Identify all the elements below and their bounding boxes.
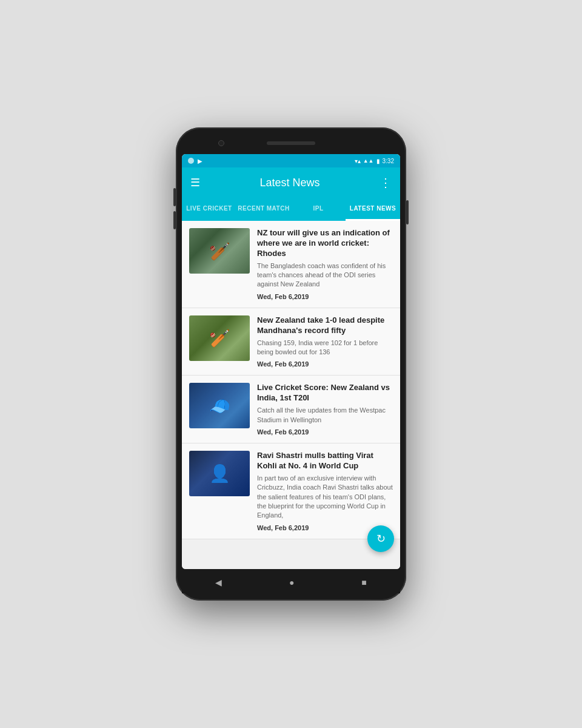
tab-bar: LIVE CRICKET RECENT MATCH IPL LATEST NEW… [182, 198, 400, 221]
status-bar: ▶ ▾▴ ▲▲ ▮ 3:32 [182, 154, 400, 167]
wifi-icon: ▾▴ [355, 158, 361, 164]
app-bar: ☰ Latest News ⋮ [182, 167, 400, 198]
news-thumbnail-3 [189, 383, 250, 428]
speaker [267, 141, 315, 145]
phone-bottom-nav: ◀ ● ■ [182, 571, 400, 593]
news-thumbnail-4 [189, 451, 250, 496]
news-date-2: Wed, Feb 6,2019 [257, 360, 393, 368]
refresh-fab[interactable]: ↻ [367, 525, 394, 552]
status-left: ▶ [188, 158, 202, 164]
status-right: ▾▴ ▲▲ ▮ 3:32 [355, 158, 394, 164]
news-content-4: Ravi Shastri mulls batting Virat Kohli a… [257, 451, 393, 531]
recent-apps-button[interactable]: ■ [361, 578, 366, 587]
back-button[interactable]: ◀ [215, 578, 222, 587]
more-icon[interactable]: ⋮ [380, 175, 392, 190]
phone-device: ▶ ▾▴ ▲▲ ▮ 3:32 ☰ Latest News ⋮ LIVE CRIC… [176, 127, 406, 601]
news-item-2[interactable]: New Zealand take 1-0 lead despite Mandha… [182, 308, 400, 376]
battery-icon: ▮ [376, 158, 380, 164]
news-summary-1: The Bangladesh coach was confident of hi… [257, 261, 393, 289]
tab-recent-match[interactable]: RECENT MATCH [236, 198, 291, 221]
news-summary-2: Chasing 159, India were 102 for 1 before… [257, 339, 393, 357]
news-title-3: Live Cricket Score: New Zealand vs India… [257, 383, 393, 403]
news-item-4[interactable]: Ravi Shastri mulls batting Virat Kohli a… [182, 443, 400, 539]
phone-screen: ▶ ▾▴ ▲▲ ▮ 3:32 ☰ Latest News ⋮ LIVE CRIC… [182, 154, 400, 569]
news-content-1: NZ tour will give us an indication of wh… [257, 228, 393, 300]
news-date-3: Wed, Feb 6,2019 [257, 428, 393, 436]
hamburger-icon[interactable]: ☰ [190, 176, 200, 189]
news-summary-4: In part two of an exclusive interview wi… [257, 474, 393, 521]
news-thumbnail-1 [189, 228, 250, 274]
app-title: Latest News [259, 177, 319, 189]
news-title-1: NZ tour will give us an indication of wh… [257, 228, 393, 259]
tab-live-cricket[interactable]: LIVE CRICKET [182, 198, 236, 221]
news-content-3: Live Cricket Score: New Zealand vs India… [257, 383, 393, 436]
status-dot [188, 158, 194, 164]
news-item-1[interactable]: NZ tour will give us an indication of wh… [182, 221, 400, 308]
tab-latest-news[interactable]: LATEST NEWS [346, 198, 400, 221]
news-date-1: Wed, Feb 6,2019 [257, 293, 393, 300]
signal-icon: ▲▲ [363, 158, 374, 164]
front-camera [218, 140, 224, 146]
refresh-icon: ↻ [376, 532, 386, 545]
news-title-2: New Zealand take 1-0 lead despite Mandha… [257, 315, 393, 336]
news-title-4: Ravi Shastri mulls batting Virat Kohli a… [257, 451, 393, 471]
news-content-2: New Zealand take 1-0 lead despite Mandha… [257, 315, 393, 368]
tab-ipl[interactable]: IPL [291, 198, 346, 221]
news-item-3[interactable]: Live Cricket Score: New Zealand vs India… [182, 376, 400, 443]
time-display: 3:32 [383, 158, 394, 164]
news-thumbnail-2 [189, 315, 250, 361]
phone-top-bar [182, 135, 400, 152]
home-button[interactable]: ● [289, 578, 294, 587]
news-summary-3: Catch all the live updates from the West… [257, 406, 393, 425]
volume-buttons [173, 188, 176, 229]
media-icon: ▶ [198, 158, 202, 164]
power-button [406, 200, 409, 224]
news-list: NZ tour will give us an indication of wh… [182, 221, 400, 569]
